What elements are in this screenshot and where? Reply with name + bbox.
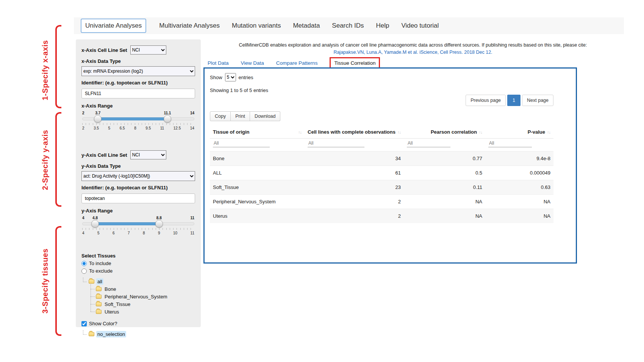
- slider-tick-label: 2: [82, 126, 84, 130]
- slider-tick-label: 3.5: [94, 126, 99, 130]
- exclude-radio[interactable]: [81, 268, 87, 274]
- filter-pearson-input[interactable]: [407, 139, 450, 147]
- slider-tick-label: 5: [108, 126, 111, 130]
- x-axis-data-type-select[interactable]: exp: mRNA Expression (log2): [81, 66, 195, 76]
- include-radio[interactable]: [81, 261, 87, 266]
- annotation-bracket-2: [55, 112, 61, 207]
- x-range-from-label: 3.7: [95, 111, 100, 115]
- top-nav: Univariate Analyses Multivariate Analyse…: [74, 17, 624, 34]
- y-axis-identifier-label: Identifier: (e.g. topotecan or SLFN11): [81, 185, 195, 190]
- tab-multivariate-analyses[interactable]: Multivariate Analyses: [159, 22, 220, 30]
- tab-metadata[interactable]: Metadata: [293, 22, 320, 30]
- sort-icon: ↑↓: [298, 130, 302, 134]
- table-row: Bone 34 0.77 9.4e-8: [210, 151, 553, 166]
- slider-handle-left[interactable]: [91, 220, 99, 228]
- slider-selected-range: [95, 222, 159, 225]
- tab-search-ids[interactable]: Search IDs: [332, 22, 364, 30]
- x-axis-cell-line-set-select[interactable]: NCI: [130, 45, 166, 55]
- slider-handle-right[interactable]: [164, 115, 171, 123]
- folder-icon: [96, 302, 102, 306]
- slider-handle-right[interactable]: [155, 220, 163, 228]
- tissue-correlation-panel: Show 5 entries Showing 1 to 5 of 5 entri…: [203, 67, 577, 264]
- next-page-button[interactable]: Next page: [522, 95, 553, 106]
- x-range-to-label: 11.1: [164, 111, 171, 115]
- tree-connector: [83, 278, 87, 282]
- tissue-tree: all Bone Peripheral_Nervous_System Soft_…: [83, 278, 195, 315]
- tree-item-bone[interactable]: Bone: [91, 285, 195, 293]
- tab-mutation-variants[interactable]: Mutation variants: [232, 22, 281, 30]
- tree-item-no-selection[interactable]: no_selection: [83, 330, 195, 338]
- tab-view-data[interactable]: View Data: [241, 60, 264, 66]
- entries-label: entries: [239, 75, 253, 80]
- slider-minor-ticks: [82, 228, 194, 230]
- y-axis-cell-line-set-select[interactable]: NCI: [130, 150, 166, 159]
- show-color-row[interactable]: Show Color?: [81, 321, 195, 326]
- include-radio-row[interactable]: To include: [81, 261, 195, 266]
- x-range-max-label: 14: [190, 111, 194, 115]
- cell-p-value: 0.000049: [485, 166, 553, 180]
- cell-pearson: 0.5: [404, 166, 485, 180]
- column-header-cell-lines[interactable]: Cell lines with complete observations↑↓: [305, 126, 404, 139]
- slider-handle-left[interactable]: [94, 115, 102, 123]
- filter-cell-lines-input[interactable]: [308, 139, 364, 147]
- cell-tissue: Bone: [210, 151, 305, 166]
- cell-tissue: ALL: [210, 166, 305, 180]
- tab-plot-data[interactable]: Plot Data: [208, 60, 229, 66]
- correlation-table: Tissue of origin ↑↓ Cell lines with comp…: [210, 126, 553, 223]
- annotation-specify-x-axis: 1-Specify x-axis: [39, 32, 52, 108]
- show-color-checkbox[interactable]: [81, 321, 87, 326]
- annotation-specify-tissues: 3-Specify tissues: [39, 225, 52, 337]
- cell-p-value: 9.4e-8: [485, 151, 553, 166]
- slider-tick-label: 7: [128, 231, 130, 235]
- slider-tick-label: 11: [160, 126, 164, 130]
- tree-item-peripheral-nervous-system[interactable]: Peripheral_Nervous_System: [91, 293, 195, 300]
- y-axis-identifier-input[interactable]: [81, 193, 195, 203]
- slider-tick-label: 5: [97, 231, 100, 235]
- tab-video-tutorial[interactable]: Video tutorial: [401, 22, 439, 30]
- tab-help[interactable]: Help: [376, 22, 389, 30]
- column-header-p-value[interactable]: P-value↑↓: [485, 126, 553, 139]
- slider-tick-label: 6: [113, 231, 115, 235]
- slider-tick-label: 9.5: [145, 126, 151, 130]
- current-page-button[interactable]: 1: [507, 95, 521, 106]
- slider-tick-label: 6.5: [120, 126, 125, 130]
- citation-link[interactable]: Rajapakse.VN, Luna.A, Yamade.M et al. iS…: [205, 49, 621, 56]
- x-range-min-label: 2: [82, 111, 84, 115]
- tissues-section: Select Tissues To include To exclude all…: [81, 253, 195, 338]
- y-axis-data-type-label: y-Axis Data Type: [81, 163, 195, 169]
- sort-icon: ↑↓: [479, 130, 482, 134]
- y-axis-range-label: y-Axis Range: [81, 208, 195, 214]
- previous-page-button[interactable]: Previous page: [466, 95, 506, 106]
- exclude-radio-label: To exclude: [89, 268, 113, 274]
- tab-compare-patterns[interactable]: Compare Patterns: [276, 60, 318, 66]
- exclude-radio-row[interactable]: To exclude: [81, 268, 195, 274]
- include-radio-label: To include: [89, 261, 111, 266]
- table-row: Uterus 2 NA NA: [210, 209, 553, 223]
- download-button[interactable]: Download: [250, 111, 281, 121]
- table-row: Soft_Tissue 23 0.11 0.63: [210, 180, 553, 195]
- sort-icon: ↑↓: [397, 130, 401, 134]
- filter-tissue-input[interactable]: [213, 139, 270, 147]
- print-button[interactable]: Print: [231, 111, 250, 121]
- table-export-buttons: Copy Print Download: [210, 111, 571, 121]
- column-header-tissue-of-origin[interactable]: Tissue of origin ↑↓: [210, 126, 305, 139]
- entries-select[interactable]: 5: [225, 73, 236, 81]
- selection-tree: no_selection: [83, 330, 195, 338]
- tree-item-uterus[interactable]: Uterus: [91, 308, 195, 315]
- copy-button[interactable]: Copy: [210, 111, 231, 121]
- filter-p-value-input[interactable]: [488, 139, 532, 147]
- y-axis-range-slider: 4 4.8 8.8 11 4 5 6 7 8 9 10 11: [82, 216, 194, 238]
- tree-item-all[interactable]: all: [83, 278, 195, 285]
- cell-tissue: Soft_Tissue: [210, 180, 305, 195]
- show-color-label: Show Color?: [89, 321, 117, 326]
- cell-pearson: NA: [404, 209, 485, 223]
- table-header-row: Tissue of origin ↑↓ Cell lines with comp…: [210, 126, 553, 139]
- slider-tick-label: 11: [191, 231, 194, 235]
- x-axis-range-slider: 2 3.7 11.1 14 2 3.5 5 6.5 8 9.5 11 12.5 …: [82, 111, 194, 133]
- x-axis-identifier-input[interactable]: [81, 89, 195, 98]
- intro-text: CellMinerCDB enables exploration and ana…: [205, 42, 621, 49]
- tree-item-soft-tissue[interactable]: Soft_Tissue: [91, 300, 195, 308]
- y-axis-data-type-select[interactable]: act: Drug Activity (-log10[IC50M]): [81, 171, 195, 181]
- tab-univariate-analyses[interactable]: Univariate Analyses: [81, 19, 146, 33]
- column-header-pearson-correlation[interactable]: Pearson correlation↑↓: [404, 126, 485, 139]
